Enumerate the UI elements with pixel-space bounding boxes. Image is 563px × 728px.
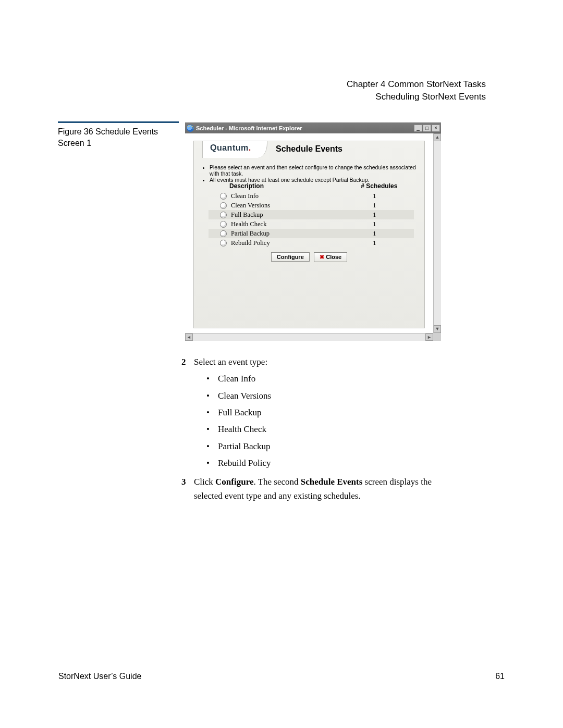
panel-buttons: Configure ✖Close [194,252,424,262]
radio-icon[interactable] [220,240,227,246]
caption-rule [58,121,179,123]
window-title: Scheduler - Microsoft Internet Explorer [196,125,302,131]
step-number: 2 [181,355,189,369]
window-titlebar: Scheduler - Microsoft Internet Explorer … [185,122,441,133]
radio-icon[interactable] [220,212,227,218]
scroll-right-icon[interactable]: ► [425,334,433,341]
table-row[interactable]: Health Check 1 [209,219,414,229]
list-item: Full Backup [206,406,442,419]
vertical-scrollbar[interactable]: ▲ ▼ [433,133,441,333]
schedule-panel: Quantum. Schedule Events Please select a… [193,141,425,328]
step-2: 2 Select an event type: [181,355,442,369]
radio-icon[interactable] [220,230,227,237]
row-count: 1 [335,239,414,247]
step-text: Select an event type: [194,355,267,369]
row-count: 1 [335,211,414,219]
close-button[interactable]: ✖Close [314,252,347,262]
row-label: Clean Versions [231,202,270,209]
panel-notes: Please select an event and then select c… [202,164,418,183]
configure-button[interactable]: Configure [271,252,310,262]
scroll-left-icon[interactable]: ◄ [185,334,193,341]
page-header: Chapter 4 Common StorNext Tasks Scheduli… [347,78,486,103]
scroll-down-icon[interactable]: ▼ [434,325,441,333]
ie-icon [187,125,194,132]
window-content: Quantum. Schedule Events Please select a… [185,133,433,333]
row-label: Health Check [231,220,266,228]
radio-icon[interactable] [220,193,227,200]
body-text: 2 Select an event type: Clean Info Clean… [181,355,442,506]
table-header: Description # Schedules [209,181,414,191]
list-item: Health Check [206,423,442,436]
row-count: 1 [335,220,414,228]
list-item: Clean Info [206,372,442,386]
list-item: Partial Backup [206,440,442,453]
footer-left: StorNext User’s Guide [58,672,141,681]
figure-caption: Figure 36 Schedule Events Screen 1 [58,126,179,150]
radio-icon[interactable] [220,202,227,209]
close-x-icon: ✖ [320,254,324,260]
row-label: Rebuild Policy [231,239,270,247]
schedule-table: Description # Schedules Clean Info 1 Cle… [209,181,414,248]
event-type-list: Clean Info Clean Versions Full Backup He… [181,372,442,470]
row-count: 1 [335,230,414,238]
table-row[interactable]: Partial Backup 1 [209,229,414,238]
close-window-button[interactable]: × [432,125,440,132]
row-count: 1 [335,192,414,200]
list-item: Rebuild Policy [206,456,442,470]
section-line: Scheduling StorNext Events [347,91,486,103]
list-item: Clean Versions [206,389,442,403]
table-row[interactable]: Rebuild Policy 1 [209,238,414,248]
table-row[interactable]: Clean Info 1 [209,191,414,201]
scroll-corner [433,333,441,341]
table-row[interactable]: Clean Versions 1 [209,201,414,210]
horizontal-scrollbar[interactable]: ◄ ► [185,333,433,341]
scheduler-window: Scheduler - Microsoft Internet Explorer … [185,122,441,341]
step-number: 3 [181,475,189,503]
row-label: Partial Backup [231,230,270,238]
panel-title: Schedule Events [194,144,424,154]
footer-right: 61 [495,672,505,681]
col-schedules: # Schedules [345,182,414,190]
col-description: Description [209,182,345,190]
row-label: Clean Info [231,192,259,200]
step-text: Click Configure. The second Schedule Eve… [194,475,442,503]
maximize-button[interactable]: □ [423,125,431,132]
step-3: 3 Click Configure. The second Schedule E… [181,475,442,503]
note-line: Please select an event and then select c… [210,164,418,177]
page-footer: StorNext User’s Guide 61 [58,672,505,681]
radio-icon[interactable] [220,221,227,228]
row-count: 1 [335,202,414,209]
chapter-line: Chapter 4 Common StorNext Tasks [347,78,486,91]
minimize-button[interactable]: _ [414,125,422,132]
table-row[interactable]: Full Backup 1 [209,210,414,219]
row-label: Full Backup [231,211,263,219]
scroll-up-icon[interactable]: ▲ [434,133,441,141]
